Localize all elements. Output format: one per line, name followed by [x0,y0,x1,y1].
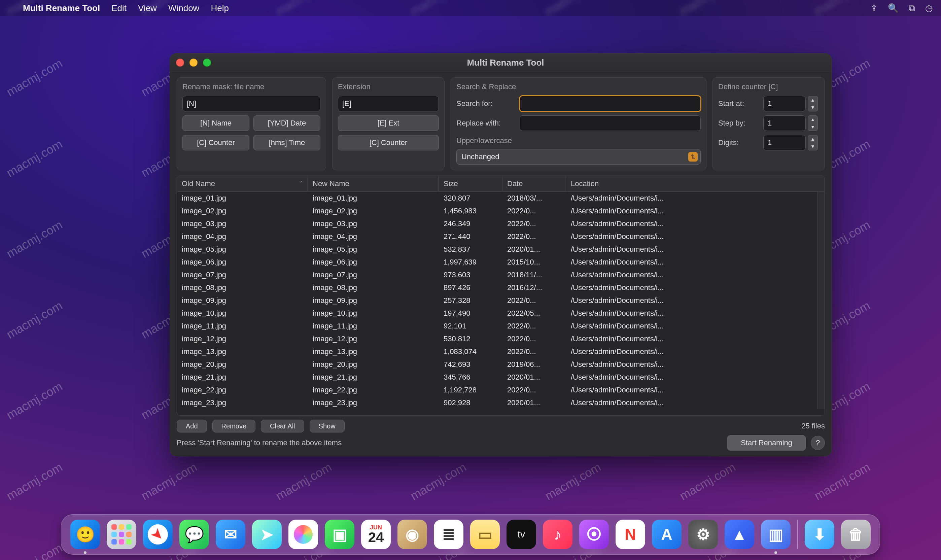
dock-contacts[interactable]: ◉ [397,520,427,549]
insert-name-button[interactable]: [N] Name [182,115,249,131]
start-at-stepper[interactable]: ▲▼ [808,96,818,111]
digits-input[interactable] [763,135,806,151]
show-button[interactable]: Show [310,420,344,432]
start-at-label: Start at: [718,99,759,108]
dock: 🙂 ➤ 💬 ✉︎ ➤ ▣ JUN24 ◉ ≣ ▭ tv ♪ ⦿ N A ⚙︎ ▲… [61,514,880,555]
cell-location: /Users/admin/Documents/i... [566,271,818,279]
dock-settings[interactable]: ⚙︎ [688,520,718,549]
table-row[interactable]: image_03.jpgimage_03.jpg246,3492022/0...… [177,217,818,230]
column-location[interactable]: Location [566,176,824,191]
search-replace-caption: Search & Replace [457,82,701,91]
clear-all-button[interactable]: Clear All [261,420,304,432]
dock-news[interactable]: N [615,520,645,549]
cell-old-name: image_21.jpg [177,373,308,382]
cell-date: 2022/05... [503,309,566,318]
app-menu[interactable]: Multi Rename Tool [23,3,100,14]
cell-new-name: image_10.jpg [308,309,439,318]
dock-mail[interactable]: ✉︎ [216,520,245,549]
menu-window[interactable]: Window [168,3,199,14]
table-row[interactable]: image_07.jpgimage_07.jpg973,6032018/11/.… [177,269,818,282]
table-row[interactable]: image_09.jpgimage_09.jpg257,3282022/0...… [177,294,818,307]
menu-view[interactable]: View [138,3,157,14]
table-row[interactable]: image_04.jpgimage_04.jpg271,4402022/0...… [177,230,818,243]
cell-size: 1,456,983 [439,207,503,215]
table-row[interactable]: image_10.jpgimage_10.jpg197,4902022/05..… [177,307,818,320]
dock-calendar[interactable]: JUN24 [361,520,391,549]
dock-tv[interactable]: tv [506,520,536,549]
remove-button[interactable]: Remove [212,420,255,432]
titlebar[interactable]: Multi Rename Tool [170,54,832,72]
table-row[interactable]: image_22.jpgimage_22.jpg1,192,7282022/0.… [177,384,818,397]
dock-maps[interactable]: ➤ [252,520,282,549]
dock-trash[interactable]: 🗑 [841,520,871,549]
step-by-input[interactable] [763,115,806,131]
start-renaming-button[interactable]: Start Renaming [727,435,806,451]
column-old-name[interactable]: Old Name˄ [177,176,308,191]
vertical-scrollbar[interactable] [818,192,824,409]
minimize-button[interactable] [189,58,198,67]
extension-input[interactable] [338,96,439,111]
dock-music[interactable]: ♪ [543,520,572,549]
dock-launchpad[interactable] [107,520,136,549]
dock-appstore[interactable]: A [652,520,681,549]
dock-downloads[interactable]: ⬇︎ [805,520,834,549]
start-at-input[interactable] [763,96,806,111]
column-date[interactable]: Date [503,176,566,191]
table-row[interactable]: image_21.jpgimage_21.jpg345,7662020/01..… [177,371,818,384]
case-select[interactable]: Unchanged ⇅ [457,149,701,165]
insert-time-button[interactable]: [hms] Time [254,135,320,151]
step-by-stepper[interactable]: ▲▼ [808,115,818,131]
cell-old-name: image_23.jpg [177,398,308,407]
table-row[interactable]: image_20.jpgimage_20.jpg742,6932019/06..… [177,358,818,371]
table-row[interactable]: image_23.jpgimage_23.jpg902,9282020/01..… [177,397,818,409]
rename-mask-input[interactable] [182,96,320,111]
column-new-name[interactable]: New Name [308,176,439,191]
menu-help[interactable]: Help [211,3,229,14]
search-for-input[interactable] [520,96,701,111]
cell-new-name: image_22.jpg [308,386,439,394]
table-row[interactable]: image_13.jpgimage_13.jpg1,083,0742022/0.… [177,345,818,358]
table-row[interactable]: image_11.jpgimage_11.jpg92,1012022/0.../… [177,320,818,332]
control-center-icon[interactable]: ⧉ [909,3,915,14]
insert-date-button[interactable]: [YMD] Date [254,115,320,131]
cell-size: 902,928 [439,398,503,407]
dock-podcasts[interactable]: ⦿ [579,520,609,549]
column-size[interactable]: Size [439,176,503,191]
counter-caption: Define counter [C] [718,82,819,91]
help-button[interactable]: ? [811,436,825,450]
dock-xcode[interactable]: ▲ [724,520,754,549]
clock-icon[interactable]: ◷ [925,3,933,14]
dock-photos[interactable] [288,520,318,549]
insert-ext-counter-button[interactable]: [C] Counter [338,135,439,151]
table-row[interactable]: image_06.jpgimage_06.jpg1,997,6392015/10… [177,256,818,269]
dock-facetime[interactable]: ▣ [325,520,354,549]
cell-size: 345,766 [439,373,503,382]
insert-ext-button[interactable]: [E] Ext [338,115,439,131]
add-button[interactable]: Add [177,420,207,432]
dock-safari[interactable]: ➤ [143,520,173,549]
cell-new-name: image_01.jpg [308,194,439,203]
digits-stepper[interactable]: ▲▼ [808,135,818,151]
table-row[interactable]: image_01.jpgimage_01.jpg320,8072018/03/.… [177,192,818,205]
dock-commander[interactable]: ▥ [761,520,790,549]
cell-new-name: image_02.jpg [308,207,439,215]
spotlight-icon[interactable]: 🔍 [888,3,899,14]
dock-reminders[interactable]: ≣ [434,520,463,549]
table-row[interactable]: image_02.jpgimage_02.jpg1,456,9832022/0.… [177,205,818,217]
dock-messages[interactable]: 💬 [179,520,209,549]
cell-size: 92,101 [439,322,503,331]
zoom-button[interactable] [203,58,211,67]
airdrop-icon[interactable]: ⇪ [870,3,878,14]
dock-finder[interactable]: 🙂 [70,520,100,549]
cell-old-name: image_01.jpg [177,194,308,203]
sort-asc-icon: ˄ [300,180,303,188]
close-button[interactable] [176,58,184,67]
cell-date: 2019/06... [503,360,566,369]
menu-edit[interactable]: Edit [111,3,126,14]
table-row[interactable]: image_05.jpgimage_05.jpg532,8372020/01..… [177,243,818,256]
dock-notes[interactable]: ▭ [470,520,500,549]
table-row[interactable]: image_12.jpgimage_12.jpg530,8122022/0...… [177,332,818,345]
table-row[interactable]: image_08.jpgimage_08.jpg897,4262016/12/.… [177,282,818,294]
replace-with-input[interactable] [520,115,701,131]
insert-counter-button[interactable]: [C] Counter [182,135,249,151]
